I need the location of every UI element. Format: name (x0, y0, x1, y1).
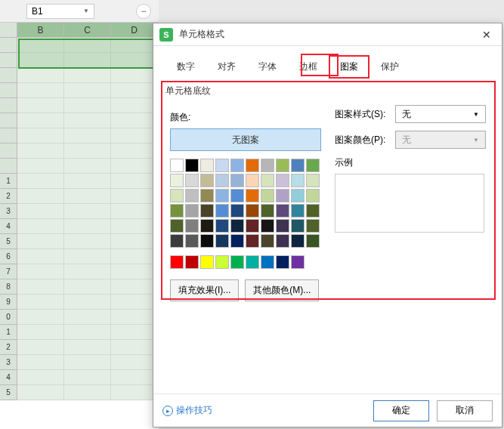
close-button[interactable]: ✕ (478, 26, 496, 44)
cell[interactable] (64, 234, 111, 249)
cell[interactable] (64, 249, 111, 264)
cell[interactable] (111, 234, 158, 249)
cell[interactable] (64, 159, 111, 174)
cell[interactable] (17, 264, 64, 279)
color-swatch[interactable] (200, 159, 214, 172)
tab-4[interactable]: 图案 (329, 55, 369, 79)
row-header[interactable]: 9 (0, 295, 17, 310)
cell[interactable] (17, 249, 64, 264)
color-swatch[interactable] (306, 159, 320, 172)
color-swatch[interactable] (276, 234, 289, 248)
color-swatch[interactable] (261, 234, 274, 248)
row-header[interactable] (0, 159, 17, 174)
row-header[interactable]: 5 (0, 385, 17, 400)
color-swatch[interactable] (230, 204, 244, 218)
cell[interactable] (111, 355, 158, 370)
cell[interactable] (17, 219, 64, 234)
color-swatch[interactable] (185, 234, 199, 248)
color-swatch[interactable] (246, 204, 259, 218)
cell[interactable] (111, 340, 158, 355)
color-swatch[interactable] (185, 219, 199, 233)
color-swatch[interactable] (261, 159, 274, 172)
color-swatch[interactable] (246, 174, 259, 187)
cell[interactable] (17, 128, 64, 144)
color-swatch[interactable] (306, 234, 320, 248)
col-header-d[interactable]: D (111, 23, 158, 37)
row-header[interactable]: 0 (0, 310, 17, 325)
cancel-button[interactable]: 取消 (437, 400, 493, 421)
color-swatch[interactable] (291, 255, 305, 269)
row-header[interactable]: 8 (0, 279, 17, 295)
cell[interactable] (17, 204, 64, 219)
cell[interactable] (17, 370, 64, 385)
color-swatch[interactable] (200, 255, 214, 269)
cell[interactable] (64, 279, 111, 295)
color-swatch[interactable] (246, 189, 259, 202)
cell[interactable] (17, 385, 64, 400)
cell[interactable] (17, 98, 64, 113)
cell[interactable] (64, 340, 111, 355)
color-swatch[interactable] (276, 159, 289, 172)
color-swatch[interactable] (306, 204, 320, 218)
color-swatch[interactable] (230, 219, 244, 233)
color-swatch[interactable] (230, 174, 244, 187)
color-swatch[interactable] (170, 174, 184, 187)
row-header[interactable]: 7 (0, 264, 17, 279)
cell[interactable] (64, 144, 111, 159)
cell[interactable] (17, 144, 64, 159)
cell[interactable] (111, 128, 158, 144)
color-swatch[interactable] (185, 204, 199, 218)
color-swatch[interactable] (261, 219, 274, 233)
color-swatch[interactable] (215, 159, 229, 172)
cell[interactable] (111, 144, 158, 159)
color-swatch[interactable] (200, 174, 214, 187)
cell[interactable] (111, 113, 158, 128)
color-swatch[interactable] (230, 189, 244, 202)
color-swatch[interactable] (291, 174, 305, 187)
color-swatch[interactable] (185, 189, 199, 202)
ok-button[interactable]: 确定 (373, 400, 429, 421)
cell[interactable] (17, 159, 64, 174)
cell[interactable] (111, 53, 158, 68)
row-header[interactable] (0, 113, 17, 128)
color-swatch[interactable] (246, 159, 259, 172)
color-swatch[interactable] (246, 219, 259, 233)
color-swatch[interactable] (170, 255, 184, 269)
cell[interactable] (17, 113, 64, 128)
cell[interactable] (111, 98, 158, 113)
color-swatch[interactable] (230, 234, 244, 248)
cell[interactable] (64, 370, 111, 385)
cell[interactable] (64, 128, 111, 144)
cell[interactable] (17, 279, 64, 295)
color-swatch[interactable] (170, 219, 184, 233)
cell[interactable] (17, 189, 64, 204)
color-swatch[interactable] (306, 174, 320, 187)
row-header[interactable]: 2 (0, 189, 17, 204)
color-swatch[interactable] (246, 255, 259, 269)
cell[interactable] (111, 249, 158, 264)
color-swatch[interactable] (291, 204, 305, 218)
no-pattern-button[interactable]: 无图案 (170, 128, 321, 151)
zoom-out-icon[interactable]: − (136, 4, 151, 19)
cell[interactable] (64, 174, 111, 189)
color-swatch[interactable] (276, 219, 289, 233)
row-header[interactable]: 3 (0, 355, 17, 370)
cell[interactable] (17, 355, 64, 370)
cell[interactable] (64, 53, 111, 68)
color-swatch[interactable] (276, 204, 289, 218)
cell[interactable] (64, 98, 111, 113)
cell[interactable] (17, 68, 64, 83)
color-swatch[interactable] (276, 174, 289, 187)
row-header[interactable] (0, 98, 17, 113)
tab-1[interactable]: 对齐 (206, 55, 247, 79)
cell[interactable] (64, 189, 111, 204)
row-header[interactable]: 5 (0, 234, 17, 249)
row-header[interactable] (0, 144, 17, 159)
color-swatch[interactable] (291, 219, 305, 233)
color-swatch[interactable] (215, 204, 229, 218)
cell[interactable] (64, 325, 111, 340)
color-swatch[interactable] (291, 159, 305, 172)
row-header[interactable]: 2 (0, 340, 17, 355)
cell[interactable] (64, 113, 111, 128)
row-header[interactable]: 1 (0, 174, 17, 189)
